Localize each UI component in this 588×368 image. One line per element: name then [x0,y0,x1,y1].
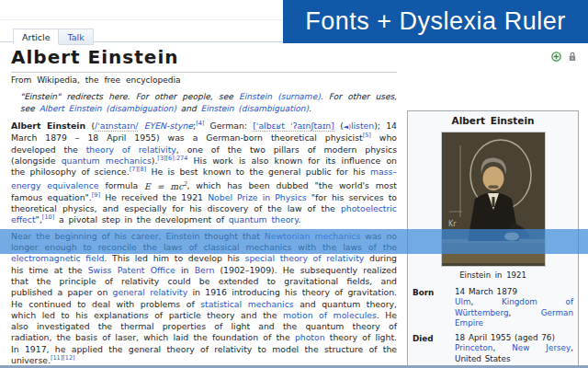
wiki-link[interactable]: /ˈaɪnstaɪn/ [95,121,138,132]
extension-banner: Fonts + Dyslexia Ruler [283,0,588,43]
math-formula: E = mc2 [144,181,187,191]
wiki-link[interactable]: quantum mechanics [62,155,152,166]
reference-link[interactable]: [4] [196,120,204,127]
green-plus-circle-icon[interactable] [551,52,561,62]
wiki-link[interactable]: EYEN-styne [144,121,193,131]
reference-link[interactable]: [9] [92,191,100,199]
wiki-link[interactable]: Albert Einstein (disambiguation) [40,104,176,113]
infobox-label-died: Died [413,333,455,365]
article-content: Albert Einstein From Wikipedia, the free… [11,46,397,368]
wiki-link[interactable]: [ˈalbɛʁt ˈʔaɪnʃtaɪn] [253,121,334,132]
listen-speaker-icon[interactable]: ◄) [344,123,351,131]
wiki-link[interactable]: New Jersey [512,343,571,352]
reference-link[interactable]: [7][8] [130,166,146,173]
wiki-link[interactable]: theory of relativity [86,144,176,155]
infobox-row-died: Died 18 April 1955 (aged 76)Princeton, N… [413,333,573,365]
wiki-link[interactable]: photoelectric effect [11,203,397,224]
reference-link[interactable]: [5] [363,132,371,139]
wiki-link[interactable]: listen [351,121,374,131]
bold-text: Albert Einstein [11,121,85,131]
page-protection-lock-icon[interactable] [568,52,577,62]
infobox-title: Albert Einstein [413,116,573,127]
tab-article[interactable]: Article [13,29,59,45]
top-hairline [0,19,283,20]
dyslexia-ruler[interactable] [0,229,588,254]
wiki-link[interactable]: Princeton [455,343,492,352]
paragraph-intro: Albert Einstein (/ˈaɪnstaɪn/ EYEN-styne;… [11,121,397,226]
page-title: Albert Einstein [11,46,397,73]
infobox-row-born: Born 14 March 1879Ulm, Kingdom of Württe… [413,287,573,329]
wiki-link[interactable]: statistical mechanics [200,299,293,309]
extension-banner-title: Fonts + Dyslexia Ruler [305,7,565,36]
wiki-link[interactable]: Bern [195,265,215,275]
reference-link[interactable]: [3][6]:274 [157,155,187,162]
wiki-link[interactable]: special theory of relativity [245,253,365,263]
wiki-link[interactable]: mass–energy equivalence [11,167,397,190]
infobox-photo-caption: Einstein in 1921 [413,270,573,282]
wiki-link[interactable]: general relativity [113,287,188,297]
reference-link[interactable]: [10] [42,213,54,221]
wiki-link[interactable]: Nobel Prize in Physics [208,192,307,202]
page-status-icons [551,52,577,62]
svg-text:Kr: Kr [448,220,457,228]
paragraph-career-wrapper: Near the beginning of his career, Einste… [11,231,397,367]
infobox-label-born: Born [413,287,455,329]
tab-talk[interactable]: Talk [59,29,93,45]
wiki-link[interactable]: quantum theory [229,214,299,224]
wiki-link[interactable]: Swiss Patent Office [88,265,175,275]
wiki-link[interactable]: photon [295,332,325,342]
wiki-link[interactable]: electromagnetic field [11,253,104,263]
site-tagline: From Wikipedia, the free encyclopedia [11,75,397,85]
wiki-link[interactable]: Einstein (surname) [239,92,321,101]
reference-link[interactable]: [11][12] [51,354,75,362]
hatnote: "Einstein" redirects here. For other peo… [20,91,397,114]
wiki-link[interactable]: Einstein (disambiguation) [201,104,309,113]
wiki-link[interactable]: Ulm [455,297,470,306]
infobox-value-born: 14 March 1879Ulm, Kingdom of Württemberg… [455,287,573,329]
wiki-link[interactable]: motion of molecules [283,310,377,320]
infobox-value-died: 18 April 1955 (aged 76)Princeton, New Je… [455,333,573,365]
